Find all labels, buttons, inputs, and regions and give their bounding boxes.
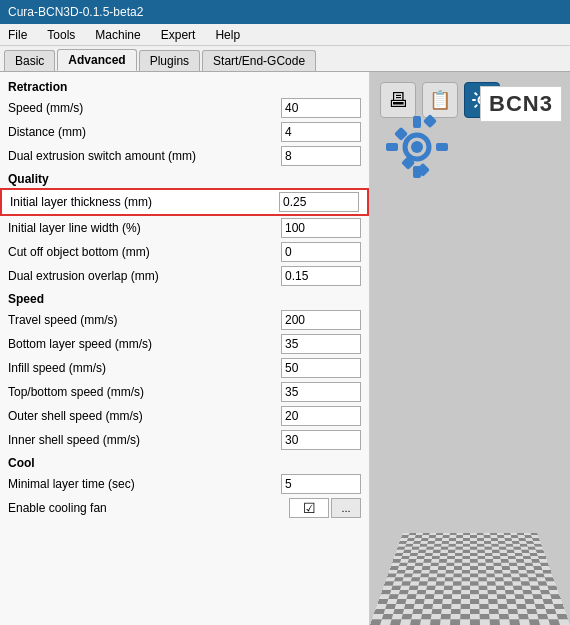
setting-input-infill-speed[interactable] xyxy=(281,358,361,378)
setting-row-bottom-speed: Bottom layer speed (mm/s) xyxy=(0,332,369,356)
svg-point-2 xyxy=(411,141,423,153)
cooling-fan-checkbox[interactable]: ☑ xyxy=(289,498,329,518)
setting-input-topbottom-speed[interactable] xyxy=(281,382,361,402)
setting-row-inner-speed: Inner shell speed (mm/s) xyxy=(0,428,369,452)
setting-input-cutoff[interactable] xyxy=(281,242,361,262)
svg-rect-3 xyxy=(413,116,421,128)
main-layout: Retraction Speed (mm/s) Distance (mm) Du… xyxy=(0,72,570,625)
setting-row-initial-thickness: Initial layer thickness (mm) xyxy=(0,188,369,216)
setting-label-cooling-fan: Enable cooling fan xyxy=(8,501,289,515)
setting-input-speed[interactable] xyxy=(281,98,361,118)
section-speed-header: Speed xyxy=(0,288,369,308)
setting-row-outer-speed: Outer shell speed (mm/s) xyxy=(0,404,369,428)
setting-row-dual-switch: Dual extrusion switch amount (mm) xyxy=(0,144,369,168)
tab-advanced[interactable]: Advanced xyxy=(57,49,136,71)
tab-bar: Basic Advanced Plugins Start/End-GCode xyxy=(0,46,570,72)
setting-row-topbottom-speed: Top/bottom speed (mm/s) xyxy=(0,380,369,404)
bcn3d-logo-area: BCN3 xyxy=(480,86,562,122)
setting-row-speed: Speed (mm/s) xyxy=(0,96,369,120)
checkerboard-floor xyxy=(370,533,570,625)
tab-basic[interactable]: Basic xyxy=(4,50,55,71)
setting-input-min-layer-time[interactable] xyxy=(281,474,361,494)
setting-row-infill-speed: Infill speed (mm/s) xyxy=(0,356,369,380)
menu-machine[interactable]: Machine xyxy=(91,27,144,43)
setting-row-dual-overlap: Dual extrusion overlap (mm) xyxy=(0,264,369,288)
cooling-fan-checkbox-cell: ☑ ... xyxy=(289,498,361,518)
menu-bar: File Tools Machine Expert Help xyxy=(0,24,570,46)
setting-input-bottom-speed[interactable] xyxy=(281,334,361,354)
svg-rect-6 xyxy=(436,143,448,151)
title-bar: Cura-BCN3D-0.1.5-beta2 xyxy=(0,0,570,24)
setting-label-topbottom-speed: Top/bottom speed (mm/s) xyxy=(8,385,281,399)
svg-rect-10 xyxy=(423,114,437,128)
setting-label-dual-switch: Dual extrusion switch amount (mm) xyxy=(8,149,281,163)
setting-label-initial-thickness: Initial layer thickness (mm) xyxy=(10,195,279,209)
setting-input-dual-switch[interactable] xyxy=(281,146,361,166)
setting-label-speed: Speed (mm/s) xyxy=(8,101,281,115)
title-bar-text: Cura-BCN3D-0.1.5-beta2 xyxy=(8,5,143,19)
setting-row-initial-linewidth: Initial layer line width (%) xyxy=(0,216,369,240)
setting-input-dual-overlap[interactable] xyxy=(281,266,361,286)
menu-tools[interactable]: Tools xyxy=(43,27,79,43)
setting-label-dual-overlap: Dual extrusion overlap (mm) xyxy=(8,269,281,283)
setting-input-travel-speed[interactable] xyxy=(281,310,361,330)
tab-plugins[interactable]: Plugins xyxy=(139,50,200,71)
right-panel: 🖶 📋 BCN3 xyxy=(370,72,570,625)
setting-label-outer-speed: Outer shell speed (mm/s) xyxy=(8,409,281,423)
setting-label-infill-speed: Infill speed (mm/s) xyxy=(8,361,281,375)
menu-help[interactable]: Help xyxy=(211,27,244,43)
setting-row-distance: Distance (mm) xyxy=(0,120,369,144)
setting-label-travel-speed: Travel speed (mm/s) xyxy=(8,313,281,327)
setting-label-distance: Distance (mm) xyxy=(8,125,281,139)
setting-input-inner-speed[interactable] xyxy=(281,430,361,450)
logo-text: BCN3 xyxy=(489,91,553,117)
cooling-fan-options-button[interactable]: ... xyxy=(331,498,361,518)
menu-file[interactable]: File xyxy=(4,27,31,43)
setting-row-cooling-fan: Enable cooling fan ☑ ... xyxy=(0,496,369,520)
setting-label-inner-speed: Inner shell speed (mm/s) xyxy=(8,433,281,447)
setting-label-min-layer-time: Minimal layer time (sec) xyxy=(8,477,281,491)
setting-row-min-layer-time: Minimal layer time (sec) xyxy=(0,472,369,496)
large-gear-icon xyxy=(382,112,452,185)
section-quality-header: Quality xyxy=(0,168,369,188)
setting-row-cutoff: Cut off object bottom (mm) xyxy=(0,240,369,264)
menu-expert[interactable]: Expert xyxy=(157,27,200,43)
setting-input-outer-speed[interactable] xyxy=(281,406,361,426)
svg-rect-5 xyxy=(386,143,398,151)
setting-row-travel-speed: Travel speed (mm/s) xyxy=(0,308,369,332)
setting-label-bottom-speed: Bottom layer speed (mm/s) xyxy=(8,337,281,351)
setting-label-cutoff: Cut off object bottom (mm) xyxy=(8,245,281,259)
setting-input-initial-linewidth[interactable] xyxy=(281,218,361,238)
section-retraction-header: Retraction xyxy=(0,76,369,96)
setting-label-initial-linewidth: Initial layer line width (%) xyxy=(8,221,281,235)
setting-input-distance[interactable] xyxy=(281,122,361,142)
setting-input-initial-thickness[interactable] xyxy=(279,192,359,212)
section-cool-header: Cool xyxy=(0,452,369,472)
tab-start-end-gcode[interactable]: Start/End-GCode xyxy=(202,50,316,71)
left-panel: Retraction Speed (mm/s) Distance (mm) Du… xyxy=(0,72,370,625)
